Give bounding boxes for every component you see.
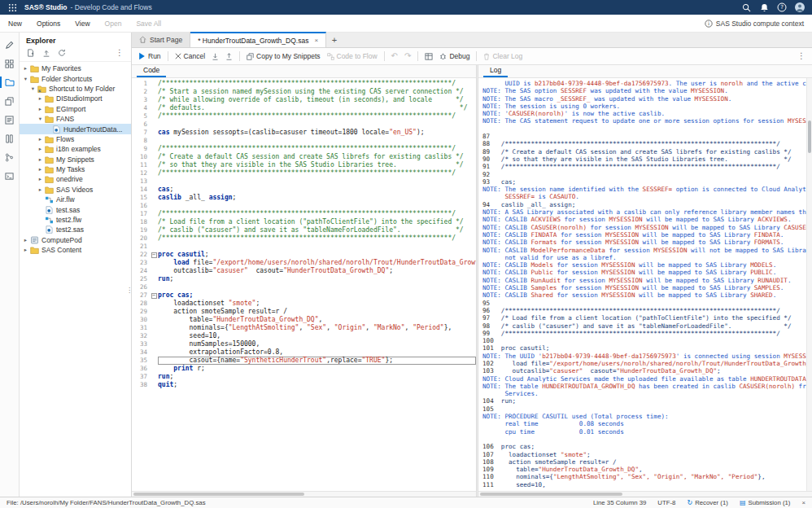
code-line[interactable]: 31 nominals={"LengthAtSmolting", "Sex", …: [132, 324, 476, 332]
twisty-icon[interactable]: ▾: [22, 76, 29, 82]
log-hscrollbar[interactable]: [478, 491, 812, 497]
code-line[interactable]: 9/**************************************…: [132, 145, 476, 153]
twisty-icon[interactable]: ▸: [37, 146, 44, 152]
tree-item-fans[interactable]: ▾FANS: [20, 114, 131, 124]
tree-item-test2-sas[interactable]: test2.sas: [20, 225, 131, 234]
tree-item-folder-shortcuts[interactable]: ▾Folder Shortcuts: [20, 73, 131, 83]
code-line[interactable]: 10/* Create a default CAS session and cr…: [132, 153, 476, 161]
code-line[interactable]: 34 extrapolationFactor=0.8,: [132, 348, 476, 357]
tree-item-onedrive[interactable]: ▸onedrive: [20, 174, 131, 184]
libraries-icon[interactable]: [2, 133, 17, 144]
compute-context[interactable]: i SAS Studio compute context: [705, 20, 804, 28]
twisty-icon[interactable]: ▸: [37, 186, 44, 193]
code-line[interactable]: 37run;: [132, 373, 476, 381]
code-line[interactable]: 15caslib _all_ assign;: [132, 194, 476, 202]
code-line[interactable]: 30 table="HunderTroutData_Growth_DQ",: [132, 316, 476, 324]
log-vscrollbar[interactable]: [806, 78, 812, 491]
git-icon[interactable]: [2, 151, 17, 163]
code-line[interactable]: 1/**************************************…: [132, 80, 476, 88]
code-line[interactable]: 16: [132, 202, 476, 210]
snippets-icon[interactable]: [2, 95, 17, 107]
tree-item-shortcut-to-my-folder[interactable]: ▾Shortcut to My Folder: [20, 84, 131, 94]
tree-item-my-snippets[interactable]: ▸My Snippets: [20, 155, 131, 164]
notifications-bell-icon[interactable]: [758, 2, 770, 13]
new-file-icon[interactable]: [26, 48, 36, 58]
tab-code[interactable]: Code: [137, 64, 166, 77]
twisty-icon[interactable]: ▸: [37, 136, 44, 142]
menu-options[interactable]: Options: [37, 20, 60, 28]
tree-item-distudioimport[interactable]: ▸DIStudioImport: [20, 94, 131, 103]
apps-menu-icon[interactable]: [7, 2, 18, 13]
submission-button[interactable]: ▤Submission (1): [740, 499, 791, 506]
explorer-splitter[interactable]: ⋮: [126, 289, 133, 291]
code-line[interactable]: 33 numSamples=150000,: [132, 340, 476, 348]
code-line[interactable]: 6: [132, 120, 476, 129]
code-line[interactable]: 11/* so that they are visible in the SAS…: [132, 161, 476, 169]
new-tab-button[interactable]: +: [326, 32, 343, 47]
tree-item-test-sas[interactable]: test.sas: [20, 204, 131, 214]
tab--hundertroutdata-growth-dq-sas[interactable]: * HunderTroutData_Growth_DQ.sas×: [190, 32, 326, 47]
copy-to-snippets-button[interactable]: Copy to My Snippets: [247, 52, 320, 60]
cancel-button[interactable]: Cancel: [175, 52, 205, 60]
code-editor[interactable]: 1/**************************************…: [132, 78, 476, 491]
tree-item-my-favorites[interactable]: ▸My Favorites: [20, 64, 131, 73]
upload-icon[interactable]: [41, 48, 51, 58]
search-icon[interactable]: [740, 2, 752, 13]
code-line[interactable]: 5/**************************************…: [132, 112, 476, 120]
twisty-icon[interactable]: ▸: [37, 156, 44, 163]
code-line[interactable]: 38quit;: [132, 381, 476, 389]
tasks-icon[interactable]: [2, 114, 17, 125]
twisty-icon[interactable]: ▾: [37, 116, 44, 122]
code-line[interactable]: 12/*************************************…: [132, 169, 476, 177]
twisty-icon[interactable]: ▸: [22, 65, 29, 72]
code-line[interactable]: 32 seed=10,: [132, 332, 476, 340]
code-line[interactable]: 25run;: [132, 275, 476, 283]
code-line[interactable]: 24 outcaslib="casuser" casout="HunderTro…: [132, 267, 476, 275]
tree-item-egimport[interactable]: ▸EGImport: [20, 104, 131, 114]
twisty-icon[interactable]: ▾: [29, 85, 37, 92]
tree-item-i18n-examples[interactable]: ▸i18n examples: [20, 144, 131, 154]
tree-item-computepod[interactable]: ▸ComputePod: [20, 235, 131, 245]
code-line[interactable]: 26: [132, 283, 476, 291]
code-line[interactable]: 18/* Load file from a client location ("…: [132, 218, 476, 226]
help-icon[interactable]: ?: [776, 2, 788, 13]
tree-item-sas-videos[interactable]: ▸SAS Videos: [20, 185, 131, 195]
menu-new[interactable]: New: [8, 20, 22, 28]
refresh-icon[interactable]: [57, 48, 67, 58]
code-line[interactable]: 13: [132, 177, 476, 186]
code-line[interactable]: 20/*************************************…: [132, 234, 476, 243]
recover-button[interactable]: ↻Recover (1): [687, 499, 727, 506]
run-button[interactable]: Run: [138, 52, 161, 60]
tree-item-flows[interactable]: ▸Flows: [20, 134, 131, 144]
code-line[interactable]: 28 loadactionset "smote";: [132, 300, 476, 308]
tree-item-test2-flw[interactable]: test2.flw: [20, 215, 131, 225]
new-program-icon[interactable]: [2, 39, 17, 50]
code-line[interactable]: 23 load file="/export/home/users/norolh/…: [132, 259, 476, 267]
code-line[interactable]: 36 print r;: [132, 365, 476, 373]
code-line-current[interactable]: 35 casout={name="SyntheticHunderTrout",r…: [132, 357, 476, 365]
code-line[interactable]: 2/* Start a session named mySession usin…: [132, 88, 476, 96]
code-line[interactable]: 14cas;: [132, 186, 476, 194]
explorer-more-icon[interactable]: ⋮: [115, 48, 124, 58]
code-line[interactable]: 21: [132, 243, 476, 251]
code-line[interactable]: 19/* caslib ("casuser") and save it as "…: [132, 226, 476, 234]
code-line[interactable]: 22−proc casutil;: [132, 251, 476, 259]
terminal-icon[interactable]: [2, 170, 17, 182]
twisty-icon[interactable]: ▸: [37, 166, 44, 173]
code-line[interactable]: 17/*************************************…: [132, 210, 476, 218]
tree-item-sas-content[interactable]: ▸SAS Content: [20, 245, 131, 255]
twisty-icon[interactable]: ▸: [37, 176, 44, 182]
tab-log[interactable]: Log: [483, 64, 508, 77]
tab-close-icon[interactable]: ×: [314, 37, 318, 44]
tree-item-hundertroutdata-[interactable]: HunderTroutData...: [20, 124, 131, 134]
tree-item-air-flw[interactable]: Air.flw: [20, 195, 131, 204]
code-line[interactable]: 3/* while allowing override of caslib, t…: [132, 96, 476, 104]
code-line[interactable]: 7cas mySession sessopts=(caslib=casuser …: [132, 129, 476, 137]
statusbar-close-icon[interactable]: ×: [801, 499, 805, 506]
steps-icon[interactable]: [2, 58, 17, 69]
tree-item-my-tasks[interactable]: ▸My Tasks: [20, 164, 131, 174]
download-button[interactable]: [212, 53, 219, 60]
twisty-icon[interactable]: ▸: [37, 95, 44, 102]
upload-button[interactable]: [225, 53, 233, 60]
twisty-icon[interactable]: ▸: [22, 247, 29, 253]
